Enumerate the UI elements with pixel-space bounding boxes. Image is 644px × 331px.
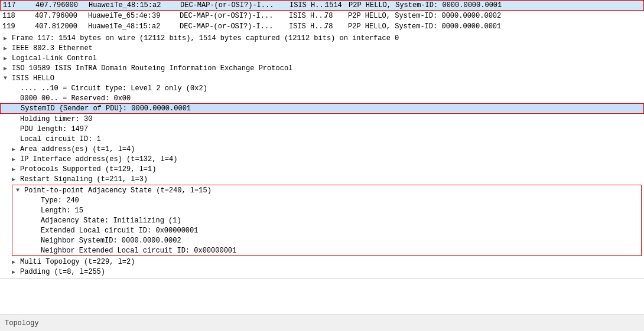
detail-adj-state-text: Adjacency State: Initializing (1): [41, 217, 181, 225]
expand-icon-padding[interactable]: ▶: [12, 268, 20, 276]
bottom-bar-label: Topology: [5, 319, 39, 327]
detail-systemid[interactable]: SystemID {Sender of PDU}: 0000.0000.0001: [0, 103, 644, 114]
detail-multi-topology-text: Multi Topology (t=229, l=2): [20, 258, 135, 266]
detail-circuit-type-text: .... ..10 = Circuit type: Level 2 only (…: [20, 84, 207, 93]
col-src: HuaweiTe_48:15:a2: [88, 22, 180, 31]
detail-local-circuit-text: Local circuit ID: 1: [20, 135, 101, 143]
detail-padding-text: Padding (t=8, l=255): [20, 268, 105, 276]
detail-isis-hello-text: ISIS HELLO: [12, 74, 54, 83]
col-protosrc: DEC-MAP-(or-OSI?)-I...: [180, 22, 289, 31]
expand-icon-isis-hello[interactable]: ▼: [4, 75, 12, 81]
detail-type[interactable]: Type: 240: [12, 195, 641, 205]
detail-pdu-length-text: PDU length: 1497: [20, 125, 88, 133]
col-len: 78: [324, 12, 348, 20]
expand-icon-local-circuit: [12, 136, 20, 142]
expand-icon-iso[interactable]: ▶: [4, 65, 12, 72]
bottom-bar: Topology: [0, 314, 644, 331]
detail-holding-timer[interactable]: Holding timer: 30: [0, 114, 644, 124]
expand-icon-circuit-type: [12, 85, 20, 91]
detail-reserved-text: 0000 00.. = Reserved: 0x00: [20, 94, 131, 103]
expand-icon-adj-state: [32, 217, 41, 224]
detail-padding[interactable]: ▶ Padding (t=8, l=255): [0, 267, 644, 277]
col-src: HuaweiTe_65:4e:39: [88, 12, 180, 20]
col-proto: ISIS H...: [289, 12, 324, 20]
detail-neighbor-systemid[interactable]: Neighbor SystemID: 0000.0000.0002: [12, 235, 641, 245]
detail-restart[interactable]: ▶ Restart Signaling (t=211, l=3): [0, 174, 644, 184]
col-len: 1514: [325, 1, 349, 9]
detail-llc-text: Logical-Link Control: [12, 54, 97, 63]
packet-list: 117 407.796000 HuaweiTe_48:15:a2 DEC-MAP…: [0, 0, 644, 32]
col-num: 119: [2, 22, 35, 31]
detail-iso[interactable]: ▶ ISO 10589 ISIS InTRA Domain Routeing I…: [0, 63, 644, 73]
expand-icon-ip-interface[interactable]: ▶: [12, 156, 20, 163]
col-protosrc: DEC-MAP-(or-OSI?)-I...: [180, 12, 289, 20]
detail-frame-text: Frame 117: 1514 bytes on wire (12112 bit…: [12, 34, 399, 42]
col-info: P2P HELLO, System-ID: 0000.0000.0002: [348, 12, 642, 20]
col-time: 407.796000: [35, 1, 89, 9]
col-src: HuaweiTe_48:15:a2: [89, 1, 180, 9]
detail-neighbor-ext[interactable]: Neighbor Extended Local circuit ID: 0x00…: [12, 245, 641, 255]
detail-panel: ▶ Frame 117: 1514 bytes on wire (12112 b…: [0, 32, 644, 278]
detail-neighbor-systemid-text: Neighbor SystemID: 0000.0000.0002: [41, 237, 181, 245]
detail-protocols-text: Protocols Supported (t=129, l=1): [20, 165, 156, 173]
detail-isis-hello[interactable]: ▼ ISIS HELLO: [0, 73, 644, 83]
detail-local-circuit[interactable]: Local circuit ID: 1: [0, 134, 644, 144]
detail-multi-topology[interactable]: ▶ Multi Topology (t=229, l=2): [0, 257, 644, 267]
detail-frame[interactable]: ▶ Frame 117: 1514 bytes on wire (12112 b…: [0, 33, 644, 43]
col-info: P2P HELLO, System-ID: 0000.0000.0001: [348, 22, 642, 31]
detail-systemid-text: SystemID {Sender of PDU}: 0000.0000.0001: [21, 104, 191, 113]
detail-iso-text: ISO 10589 ISIS InTRA Domain Routeing Inf…: [12, 64, 292, 73]
detail-reserved[interactable]: 0000 00.. = Reserved: 0x00: [0, 93, 644, 103]
detail-area-address[interactable]: ▶ Area address(es) (t=1, l=4): [0, 144, 644, 154]
col-protosrc: DEC-MAP-(or-OSI?)-I...: [180, 1, 290, 9]
detail-length-text: Length: 15: [41, 207, 83, 215]
detail-length[interactable]: Length: 15: [12, 205, 641, 215]
packet-row-118[interactable]: 118 407.796000 HuaweiTe_65:4e:39 DEC-MAP…: [0, 11, 644, 21]
packet-row-119[interactable]: 119 407.812000 HuaweiTe_48:15:a2 DEC-MAP…: [0, 21, 644, 32]
expand-icon-area-address[interactable]: ▶: [12, 146, 20, 153]
detail-ip-interface[interactable]: ▶ IP Interface address(es) (t=132, l=4): [0, 154, 644, 164]
expand-icon-multi-topology[interactable]: ▶: [12, 258, 20, 266]
col-proto: ISIS H...: [290, 1, 325, 9]
col-len: 78: [324, 22, 348, 31]
detail-ext-local-circuit[interactable]: Extended Local circuit ID: 0x00000001: [12, 225, 641, 235]
expand-icon-restart[interactable]: ▶: [12, 176, 20, 183]
col-proto: ISIS H...: [289, 22, 324, 31]
detail-llc[interactable]: ▶ Logical-Link Control: [0, 53, 644, 63]
detail-ethernet[interactable]: ▶ IEEE 802.3 Ethernet: [0, 43, 644, 53]
detail-pdu-length[interactable]: PDU length: 1497: [0, 124, 644, 134]
expand-icon-systemid: [12, 106, 21, 112]
detail-adj-state[interactable]: Adjacency State: Initializing (1): [12, 215, 641, 225]
detail-p2p-adj-text: Point-to-point Adjacency State (t=240, l…: [24, 186, 212, 195]
col-time: 407.796000: [35, 12, 88, 20]
detail-type-text: Type: 240: [41, 196, 79, 205]
detail-circuit-type[interactable]: .... ..10 = Circuit type: Level 2 only (…: [0, 83, 644, 93]
detail-ip-interface-text: IP Interface address(es) (t=132, l=4): [20, 155, 177, 163]
expand-icon-holding-timer: [12, 116, 20, 122]
detail-p2p-adj[interactable]: ▼ Point-to-point Adjacency State (t=240,…: [12, 185, 641, 195]
col-time: 407.812000: [35, 22, 88, 31]
expand-icon-ext-local-circuit: [32, 227, 41, 234]
detail-area-address-text: Area address(es) (t=1, l=4): [20, 145, 135, 153]
expand-icon-protocols[interactable]: ▶: [12, 166, 20, 173]
expand-icon-neighbor-ext: [32, 247, 41, 254]
col-num: 118: [2, 12, 35, 20]
expand-icon-length: [32, 207, 41, 214]
col-info: P2P HELLO, System-ID: 0000.0000.0001: [349, 1, 641, 9]
expand-icon-neighbor-systemid: [32, 237, 41, 244]
detail-holding-timer-text: Holding timer: 30: [20, 115, 92, 123]
detail-protocols[interactable]: ▶ Protocols Supported (t=129, l=1): [0, 164, 644, 174]
expand-icon-ethernet[interactable]: ▶: [4, 45, 12, 52]
detail-neighbor-ext-text: Neighbor Extended Local circuit ID: 0x00…: [41, 247, 236, 255]
expand-icon-llc[interactable]: ▶: [4, 55, 12, 62]
col-num: 117: [3, 1, 35, 9]
expand-icon-p2p-adj[interactable]: ▼: [16, 187, 24, 194]
detail-restart-text: Restart Signaling (t=211, l=3): [20, 175, 148, 183]
detail-ext-local-circuit-text: Extended Local circuit ID: 0x00000001: [41, 227, 198, 235]
packet-row-117[interactable]: 117 407.796000 HuaweiTe_48:15:a2 DEC-MAP…: [0, 0, 644, 11]
expand-icon-pdu-length: [12, 126, 20, 132]
expand-icon-type: [32, 197, 41, 204]
expand-icon-reserved: [12, 95, 20, 101]
expand-icon-frame[interactable]: ▶: [4, 35, 12, 42]
detail-ethernet-text: IEEE 802.3 Ethernet: [12, 44, 93, 53]
